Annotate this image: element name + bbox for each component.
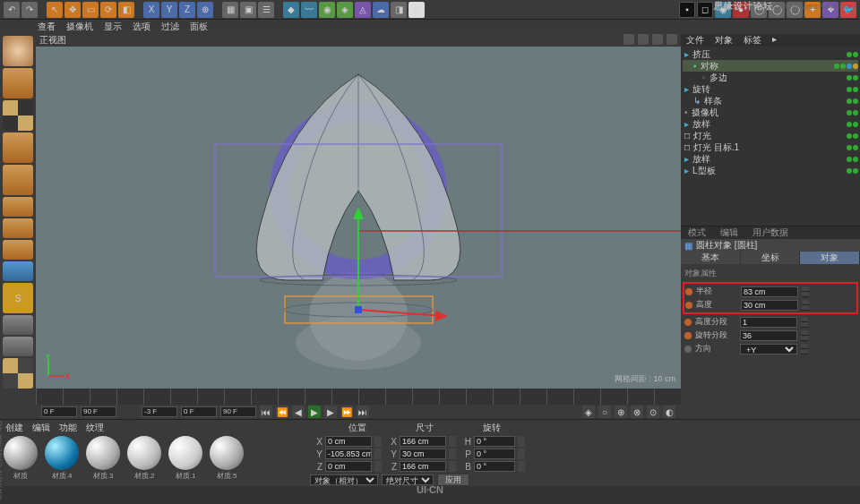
snap-s-icon[interactable]: S (3, 283, 33, 313)
hierarchy-item[interactable]: ▫多边 (683, 72, 858, 83)
subtab-coord[interactable]: 坐标 (741, 252, 801, 264)
spinner-icon[interactable] (802, 300, 809, 311)
layout-2-icon[interactable]: ◻ (697, 2, 713, 18)
vp-nav-2-icon[interactable] (638, 34, 649, 45)
light-icon[interactable]: ☼ (408, 2, 425, 18)
frame-start-field[interactable]: 0 F (41, 406, 77, 417)
coord-mode-select[interactable]: 对象（相对） (310, 474, 378, 485)
spinner-icon[interactable] (802, 286, 809, 297)
goto-end-icon[interactable]: ⏭ (357, 406, 369, 418)
texture-mode-icon[interactable] (3, 100, 33, 131)
menu-view[interactable]: 查看 (38, 21, 56, 33)
attr-input[interactable] (741, 286, 798, 297)
attr-select[interactable]: +Y (740, 344, 797, 355)
play-icon[interactable]: ▶ (308, 406, 321, 418)
hierarchy-item[interactable]: □灯光 (683, 130, 858, 141)
model-head-icon[interactable] (3, 36, 33, 66)
vp-nav-1-icon[interactable] (624, 34, 634, 45)
hierarchy-item[interactable]: □灯光 目标.1 (683, 141, 858, 153)
frame-min-field[interactable]: -3 F (142, 406, 177, 417)
generator-icon[interactable]: ◈ (337, 2, 353, 18)
subtab-basic[interactable]: 基本 (681, 252, 741, 264)
tab-file[interactable]: 文件 (681, 34, 710, 47)
spinner-icon[interactable] (801, 344, 808, 355)
frame-cur-field[interactable]: 0 F (181, 406, 217, 417)
hierarchy-item[interactable]: ▸旋转 (683, 83, 858, 95)
key-a-icon[interactable]: ◐ (663, 406, 675, 418)
attr-tab-userdata[interactable]: 用户数据 (745, 226, 796, 239)
prev-key-icon[interactable]: ⏪ (276, 406, 288, 418)
make-editable-icon[interactable] (3, 68, 33, 98)
move-tool-icon[interactable]: ✥ (64, 2, 81, 18)
frame-end2-field[interactable]: 90 F (220, 406, 256, 417)
attr-input[interactable] (740, 330, 797, 341)
snap-settings-icon[interactable] (3, 315, 33, 335)
spinner-icon[interactable] (518, 436, 525, 447)
layout-1-icon[interactable]: ▪ (679, 2, 695, 18)
tab-objects[interactable]: 对象 (710, 34, 738, 47)
material-item[interactable]: 材质.4 (43, 436, 81, 481)
coord-input[interactable] (474, 461, 515, 472)
attr-input[interactable] (740, 317, 797, 328)
material-item[interactable]: 材质 (2, 436, 39, 481)
timeline-ruler[interactable] (36, 389, 681, 405)
coord-input[interactable] (400, 448, 446, 459)
menu-filter[interactable]: 过滤 (161, 21, 179, 33)
nurbs-icon[interactable]: ◉ (319, 2, 335, 18)
scale-tool-icon[interactable]: ▭ (82, 2, 99, 18)
attr-input[interactable] (741, 300, 798, 311)
hierarchy-item[interactable]: •摄像机 (683, 107, 858, 118)
hierarchy-item[interactable]: ▪对称 (683, 60, 858, 72)
spinner-icon[interactable] (518, 461, 525, 472)
menu-display[interactable]: 显示 (104, 21, 122, 33)
spinner-icon[interactable] (374, 461, 382, 472)
mat-tab-edit[interactable]: 编辑 (32, 422, 50, 434)
select-tool-icon[interactable]: ↖ (47, 2, 63, 18)
render-region-icon[interactable]: ▣ (240, 2, 256, 18)
material-item[interactable]: 材质.3 (84, 436, 122, 481)
hierarchy-item[interactable]: ↳样条 (683, 95, 858, 107)
material-item[interactable]: 材质.2 (125, 436, 163, 481)
goto-start-icon[interactable]: ⏮ (260, 406, 272, 418)
material-item[interactable]: 材质.1 (167, 436, 204, 481)
spinner-icon[interactable] (374, 436, 382, 447)
hierarchy-item[interactable]: ▸挤压 (683, 48, 858, 60)
viewport-3d[interactable]: YX 网格间距 : 10 cm (36, 47, 681, 389)
spinner-icon[interactable] (449, 436, 456, 447)
menu-options[interactable]: 选项 (133, 21, 150, 33)
z-axis-icon[interactable]: Z (179, 2, 195, 18)
hierarchy-item[interactable]: ▸放样 (683, 153, 858, 165)
workplane-icon[interactable] (3, 337, 33, 356)
spinner-icon[interactable] (449, 461, 456, 472)
attr-tab-mode[interactable]: 模式 (681, 226, 713, 239)
tab-tags[interactable]: 标签 (738, 34, 767, 47)
material-item[interactable]: 材质.5 (208, 436, 245, 481)
next-key-icon[interactable]: ⏩ (340, 406, 353, 418)
point-mode-icon[interactable] (3, 197, 33, 217)
mat-tab-create[interactable]: 创建 (5, 422, 23, 434)
camera-icon[interactable]: ◨ (391, 2, 407, 18)
hierarchy-item[interactable]: ▸L型板 (683, 165, 858, 176)
key-p-icon[interactable]: ⊕ (615, 406, 627, 418)
prev-frame-icon[interactable]: ◀ (292, 406, 305, 418)
autokey-icon[interactable]: ○ (598, 406, 611, 418)
redo-icon[interactable]: ↷ (22, 2, 38, 18)
key-s-icon[interactable]: ⊗ (631, 406, 643, 418)
spinner-icon[interactable] (801, 330, 808, 341)
spinner-icon[interactable] (449, 448, 456, 459)
coord-tab-size[interactable]: 尺寸 (392, 422, 457, 434)
object-hierarchy[interactable]: ▸挤压▪对称▫多边▸旋转↳样条•摄像机▸放样□灯光□灯光 目标.1▸放样▸L型板 (681, 47, 860, 226)
coord-input[interactable] (325, 436, 372, 447)
coord-input[interactable] (400, 436, 446, 447)
poly-mode-icon[interactable] (3, 240, 33, 260)
mat-tab-func[interactable]: 功能 (59, 422, 77, 434)
model-mode-icon[interactable] (3, 132, 33, 163)
mat-tab-tex[interactable]: 纹理 (86, 422, 104, 434)
axis-mode-icon[interactable] (3, 261, 33, 281)
subtab-object[interactable]: 对象 (800, 252, 860, 264)
edge-mode-icon[interactable] (3, 218, 33, 238)
vp-nav-4-icon[interactable] (666, 34, 677, 45)
rotate-tool-icon[interactable]: ⟳ (100, 2, 116, 18)
coord-tab-rot[interactable]: 旋转 (466, 422, 518, 434)
spinner-icon[interactable] (374, 448, 382, 459)
